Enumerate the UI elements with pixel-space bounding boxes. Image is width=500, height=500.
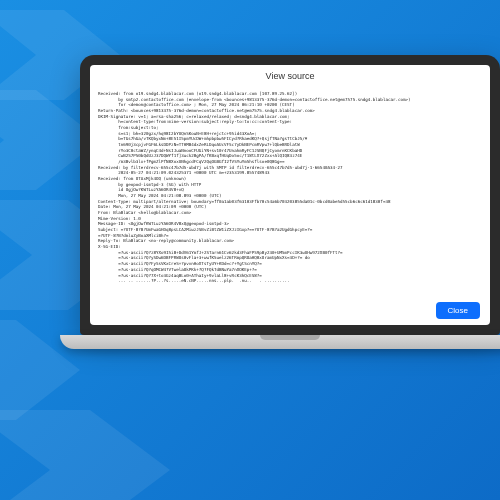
laptop-hinge [60, 335, 500, 349]
modal-window: View source Received: from o19.sndg4.bla… [90, 65, 490, 325]
modal-footer: Close [90, 296, 490, 325]
laptop-notch [260, 335, 320, 340]
source-content: Received: from o19.sndg4.blablacar.com (… [90, 87, 490, 296]
modal-title: View source [90, 65, 490, 87]
email-headers-text: Received: from o19.sndg4.blablacar.com (… [98, 91, 482, 284]
laptop-frame: View source Received: from o19.sndg4.bla… [80, 55, 500, 375]
bg-chevron [0, 410, 170, 500]
screen-bezel: View source Received: from o19.sndg4.bla… [80, 55, 500, 335]
close-button[interactable]: Close [436, 302, 480, 319]
